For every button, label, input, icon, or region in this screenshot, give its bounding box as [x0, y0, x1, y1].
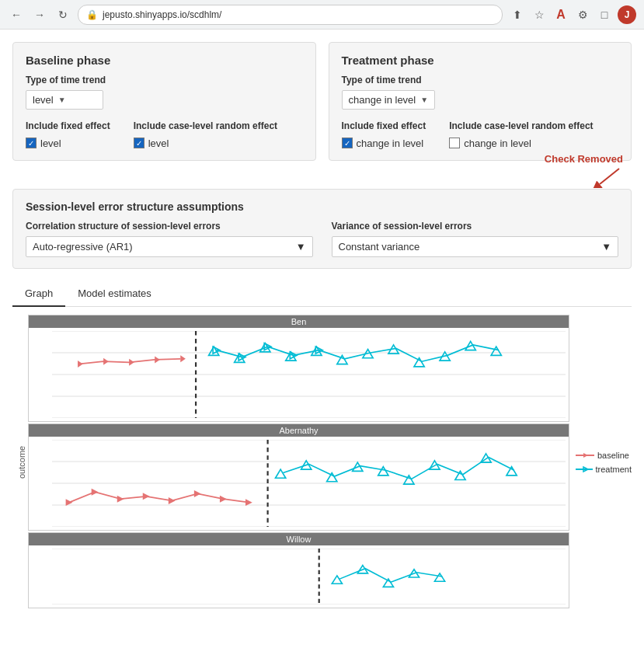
annotation-spacer [12, 173, 632, 189]
forward-button[interactable]: → [31, 6, 48, 23]
chart-header-abernathy: Abernathy [29, 424, 569, 437]
baseline-fixed-effect-checkbox[interactable]: ✓ [26, 138, 37, 148]
share-icon[interactable]: ⬆ [509, 6, 526, 23]
legend-treatment-icon [576, 465, 593, 474]
svg-line-1 [600, 169, 619, 184]
treatment-effects-row: Include fixed effect ✓ change in level I… [342, 120, 619, 149]
svg-marker-51 [194, 490, 201, 497]
chart-svg-ben: 0 2 4 6 8 [52, 331, 566, 418]
legend-treatment-label: treatment [596, 465, 632, 474]
baseline-fixed-effect-checkbox-row[interactable]: ✓ level [26, 138, 110, 149]
baseline-random-effect-checkbox-label: level [148, 138, 169, 149]
toolbar-icons: ⬆ ☆ A ⚙ □ J [509, 5, 636, 24]
treatment-time-trend-dropdown[interactable]: change in level ▼ [342, 90, 436, 110]
variance-value: Constant variance [339, 241, 420, 253]
svg-marker-14 [103, 357, 109, 364]
correlation-arrow: ▼ [296, 241, 306, 253]
chart-body-abernathy: 0 2 4 6 8 [29, 437, 569, 530]
treatment-random-effect-checkbox-row[interactable]: change in level [449, 138, 593, 149]
baseline-random-effect-checkbox-row[interactable]: ✓ level [134, 138, 277, 149]
chart-svg-abernathy: 0 2 4 6 8 [52, 440, 566, 527]
main-content: Baseline phase Type of time trend level … [0, 30, 644, 622]
treatment-fixed-effect-checkbox-row[interactable]: ✓ change in level [342, 138, 426, 149]
back-button[interactable]: ← [8, 6, 25, 23]
baseline-time-trend-dropdown-row: level ▼ [26, 90, 303, 110]
svg-marker-73 [434, 573, 444, 580]
baseline-random-effect-label: Include case-level random effect [134, 120, 277, 133]
star-icon[interactable]: ☆ [531, 6, 548, 23]
treatment-time-trend-dropdown-row: change in level ▼ [342, 90, 619, 110]
baseline-time-trend-value: level [33, 94, 54, 106]
chart-panel-ben: Ben 0 2 4 6 [28, 315, 569, 422]
puzzle-icon[interactable]: ⚙ [574, 6, 591, 23]
legend: baseline treatment [569, 315, 632, 610]
legend-baseline: baseline [576, 451, 632, 460]
lock-icon: 🔒 [86, 9, 98, 20]
chart-body-ben: 0 2 4 6 8 [29, 328, 569, 421]
baseline-fixed-effect-label: Include fixed effect [26, 120, 110, 133]
baseline-phase-title: Baseline phase [26, 54, 303, 67]
check-removed-arrow [576, 165, 623, 188]
baseline-effects-row: Include fixed effect ✓ level Include cas… [26, 120, 303, 149]
chart-area: outcome Ben 0 [12, 307, 632, 610]
charts-column: Ben 0 2 4 6 [28, 315, 569, 610]
chart-body-willow: 0 6 [29, 545, 569, 608]
svg-marker-47 [92, 488, 99, 495]
baseline-fixed-effect-col: Include fixed effect ✓ level [26, 120, 110, 149]
phase-panels-row: Baseline phase Type of time trend level … [12, 42, 632, 161]
legend-baseline-icon [576, 451, 594, 460]
baseline-phase-panel: Baseline phase Type of time trend level … [12, 42, 316, 161]
correlation-label: Correlation structure of session-level e… [26, 221, 313, 232]
treatment-time-trend-value: change in level [349, 94, 416, 106]
variance-dropdown[interactable]: Constant variance ▼ [332, 236, 619, 257]
treatment-random-effect-col: Include case-level random effect change … [449, 120, 593, 149]
variance-col: Variance of session-level errors Constan… [332, 221, 619, 257]
chart-header-willow: Willow [29, 533, 569, 545]
treatment-dropdown-arrow: ▼ [420, 96, 428, 104]
svg-marker-54 [276, 469, 286, 478]
svg-marker-63 [506, 466, 517, 475]
svg-marker-56 [327, 472, 337, 481]
treatment-random-effect-checkbox-label: change in level [464, 138, 531, 149]
baseline-time-trend-dropdown[interactable]: level ▼ [26, 90, 103, 110]
tab-model-estimates[interactable]: Model estimates [65, 281, 164, 306]
profile-avatar[interactable]: J [618, 5, 636, 24]
browser-chrome: ← → ↻ 🔒 jepusto.shinyapps.io/scdhlm/ ⬆ ☆… [0, 0, 644, 30]
treatment-phase-panel: Treatment phase Type of time trend chang… [329, 42, 632, 161]
url-text: jepusto.shinyapps.io/scdhlm/ [103, 9, 494, 20]
baseline-random-effect-checkbox[interactable]: ✓ [134, 138, 144, 148]
legend-treatment: treatment [576, 465, 632, 474]
treatment-fixed-effect-checkbox-label: change in level [357, 138, 424, 149]
chart-panel-willow: Willow 0 6 [28, 532, 569, 608]
svg-marker-31 [414, 357, 424, 366]
baseline-time-trend-label: Type of time trend [26, 75, 303, 85]
chart-svg-willow: 0 6 [52, 549, 566, 604]
tab-graph[interactable]: Graph [12, 281, 65, 307]
y-axis-label: outcome [12, 315, 28, 610]
treatment-fixed-effect-col: Include fixed effect ✓ change in level [342, 120, 426, 149]
correlation-value: Auto-regressive (AR1) [33, 241, 133, 253]
svg-marker-69 [332, 576, 342, 584]
chart-header-ben: Ben [29, 315, 569, 328]
session-selects-row: Correlation structure of session-level e… [26, 221, 618, 257]
session-error-panel: Session-level error structure assumption… [12, 189, 632, 269]
treatment-fixed-effect-checkbox[interactable]: ✓ [342, 138, 353, 148]
address-bar[interactable]: 🔒 jepusto.shinyapps.io/scdhlm/ [78, 5, 503, 25]
reload-button[interactable]: ↻ [54, 6, 71, 23]
correlation-dropdown[interactable]: Auto-regressive (AR1) ▼ [26, 236, 313, 257]
svg-marker-52 [220, 495, 227, 502]
treatment-fixed-effect-label: Include fixed effect [342, 120, 426, 133]
treatment-phase-title: Treatment phase [342, 54, 619, 67]
svg-marker-50 [169, 497, 176, 504]
svg-marker-49 [143, 493, 150, 500]
chart-wrapper: outcome Ben 0 [12, 315, 632, 610]
legend-baseline-label: baseline [597, 451, 629, 460]
session-error-title: Session-level error structure assumption… [26, 200, 618, 213]
window-icon[interactable]: □ [596, 6, 613, 23]
baseline-random-effect-col: Include case-level random effect ✓ level [134, 120, 277, 149]
check-removed-annotation: Check Removed [545, 153, 623, 188]
baseline-fixed-effect-checkbox-label: level [40, 138, 61, 149]
svg-marker-75 [583, 453, 588, 458]
pdf-icon[interactable]: A [552, 6, 569, 23]
treatment-random-effect-checkbox[interactable] [449, 138, 460, 148]
